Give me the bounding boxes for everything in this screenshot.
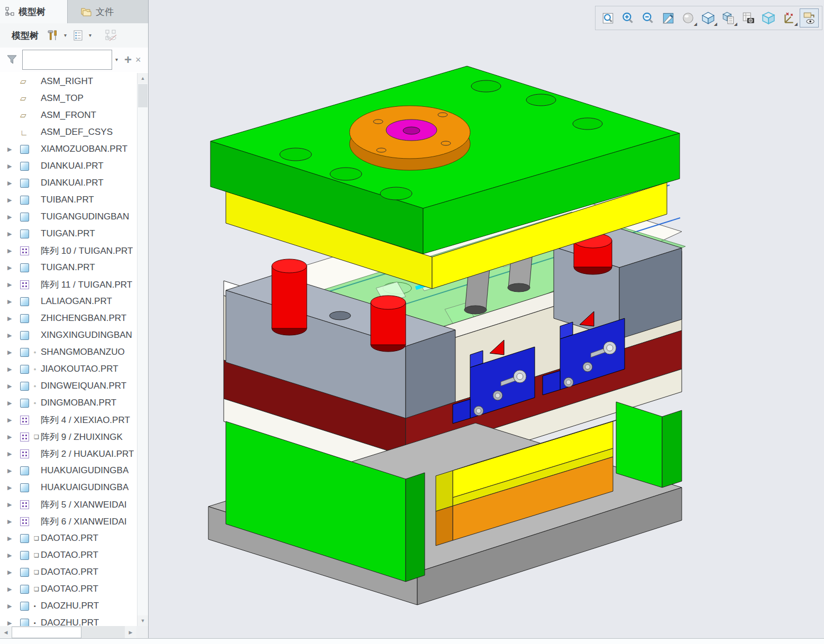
item-status-marker: ❏ — [34, 586, 41, 593]
named-views-icon[interactable] — [739, 9, 757, 27]
tab-folder-browser[interactable]: 文件 — [75, 0, 132, 23]
expand-arrow-icon[interactable]: ▶ — [7, 569, 20, 576]
list-dropdown-caret[interactable]: ▾ — [89, 33, 91, 38]
clear-search-icon[interactable]: × — [132, 54, 144, 66]
zoom-in-icon[interactable] — [619, 9, 637, 27]
item-label: HUAKUAIGUDINGBA — [41, 482, 129, 493]
tree-item[interactable]: ∟ ASM_DEF_CSYS — [0, 124, 138, 141]
expand-arrow-icon[interactable]: ▶ — [7, 535, 20, 542]
tree-item[interactable]: ▶ ▪ DAOZHU.PRT — [0, 614, 138, 626]
tree-item[interactable]: ▶ HUAKUAIGUDINGBA — [0, 479, 138, 496]
expand-arrow-icon[interactable]: ▶ — [7, 197, 20, 204]
tree-item[interactable]: ▶ 阵列 6 / XIANWEIDAI — [0, 513, 138, 530]
search-dropdown-caret[interactable]: ▾ — [115, 57, 118, 62]
refit-icon[interactable] — [599, 9, 617, 27]
tree-item[interactable]: ▶ LALIAOGAN.PRT — [0, 293, 138, 310]
tools-dropdown-caret[interactable]: ▾ — [64, 33, 67, 38]
expand-arrow-icon[interactable]: ▶ — [7, 349, 20, 356]
tree-item[interactable]: ▶ ▫ JIAOKOUTAO.PRT — [0, 361, 138, 378]
perspective-icon[interactable] — [759, 9, 777, 27]
expand-arrow-icon[interactable]: ▶ — [7, 146, 20, 153]
expand-arrow-icon[interactable]: ▶ — [7, 484, 20, 491]
list-settings-icon[interactable] — [71, 29, 85, 42]
tree-item[interactable]: ▶ TUIBAN.PRT — [0, 191, 138, 208]
graphics-viewport[interactable]: ◢◢◢◢ — [149, 0, 824, 639]
tools-icon[interactable] — [46, 29, 60, 42]
scroll-down-icon[interactable]: ▼ — [138, 615, 148, 626]
expand-arrow-icon[interactable]: ▶ — [7, 501, 20, 508]
item-label: 阵列 2 / HUAKUAI.PRT — [41, 448, 134, 460]
scroll-up-icon[interactable]: ▲ — [138, 73, 148, 84]
add-filter-button[interactable]: + — [124, 52, 132, 67]
tree-horizontal-scrollbar[interactable]: ◀ ▶ — [0, 626, 136, 639]
expand-arrow-icon[interactable]: ▶ — [7, 247, 20, 254]
expand-arrow-icon[interactable]: ▶ — [7, 298, 20, 305]
tree-item[interactable]: ▶ HUAKUAIGUDINGBA — [0, 462, 138, 479]
expand-arrow-icon[interactable]: ▶ — [7, 315, 20, 322]
tree-item[interactable]: ▱ ASM_FRONT — [0, 107, 138, 124]
zoom-out-icon[interactable] — [639, 9, 657, 27]
expand-arrow-icon[interactable]: ▶ — [7, 231, 20, 237]
tree-item[interactable]: ▶ 阵列 10 / TUIGAN.PRT — [0, 242, 138, 259]
expand-arrow-icon[interactable]: ▶ — [7, 332, 20, 339]
tree-item[interactable]: ▱ ASM_RIGHT — [0, 73, 138, 90]
expand-arrow-icon[interactable]: ▶ — [7, 366, 20, 373]
tree-item[interactable]: ▶ ▪ DAOZHU.PRT — [0, 597, 138, 614]
expand-arrow-icon[interactable]: ▶ — [7, 552, 20, 559]
tree-item[interactable]: ▶ TUIGANGUDINGBAN — [0, 208, 138, 225]
expand-arrow-icon[interactable]: ▶ — [7, 417, 20, 424]
tree-item[interactable]: ▶ ▫ SHANGMOBANZUO — [0, 344, 138, 361]
expand-arrow-icon[interactable]: ▶ — [7, 434, 20, 440]
tree-item[interactable]: ▶ DIANKUAI.PRT — [0, 174, 138, 191]
expand-arrow-icon[interactable]: ▶ — [7, 518, 20, 525]
tree-item[interactable]: ▶ ❏ DAOTAO.PRT — [0, 581, 138, 597]
scroll-right-icon[interactable]: ▶ — [125, 626, 136, 639]
tree-item[interactable]: ▶ ❏ DAOTAO.PRT — [0, 564, 138, 581]
tree-item[interactable]: ▶ ZHICHENGBAN.PRT — [0, 310, 138, 327]
expand-arrow-icon[interactable]: ▶ — [7, 383, 20, 390]
item-label: DAOTAO.PRT — [41, 533, 98, 544]
expand-arrow-icon[interactable]: ▶ — [7, 264, 20, 271]
tree-item[interactable]: ▶ DIANKUAI.PRT — [0, 158, 138, 174]
tree-item[interactable]: ▶ XINGXINGUDINGBAN — [0, 327, 138, 344]
item-label: TUIGANGUDINGBAN — [41, 211, 129, 222]
repaint-icon[interactable] — [659, 9, 677, 27]
item-status-marker: ▫ — [34, 349, 41, 355]
tree-item[interactable]: ▶ ▫ DINGMOBAN.PRT — [0, 394, 138, 411]
horizontal-scroll-thumb[interactable] — [12, 627, 81, 638]
tree-item[interactable]: ▶ 阵列 4 / XIEXIAO.PRT — [0, 411, 138, 428]
tree-item[interactable]: ▱ ASM_TOP — [0, 90, 138, 107]
expand-arrow-icon[interactable]: ▶ — [7, 214, 20, 220]
tree-item[interactable]: ▶ 阵列 11 / TUIGAN.PRT — [0, 276, 138, 293]
tree-vertical-scrollbar[interactable]: ▲ ▼ — [137, 73, 148, 626]
expand-arrow-icon[interactable]: ▶ — [7, 400, 20, 407]
tree-item[interactable]: ▶ ▫ DINGWEIQUAN.PRT — [0, 378, 138, 394]
scroll-left-icon[interactable]: ◀ — [0, 626, 12, 639]
display-style-icon[interactable]: ◢ — [699, 9, 717, 27]
tab-model-tree[interactable]: 模型树 — [0, 0, 68, 23]
tree-item[interactable]: ▶ 阵列 2 / HUAKUAI.PRT — [0, 445, 138, 462]
tree-item[interactable]: ▶ ❏ DAOTAO.PRT — [0, 530, 138, 547]
shading-style-icon[interactable]: ◢ — [679, 9, 697, 27]
expand-arrow-icon[interactable]: ▶ — [7, 163, 20, 170]
tree-item[interactable]: ▶ TUIGAN.PRT — [0, 259, 138, 276]
tree-item[interactable]: ▶ ❏ 阵列 9 / ZHUIXINGK — [0, 428, 138, 445]
view-manager-icon[interactable]: ◢ — [719, 9, 737, 27]
expand-arrow-icon[interactable]: ▶ — [7, 586, 20, 593]
expand-arrow-icon[interactable]: ▶ — [7, 467, 20, 474]
horizontal-scroll-track[interactable] — [81, 626, 125, 639]
tab-favorites[interactable]: ✳ 收藏 — [138, 0, 148, 23]
tree-item[interactable]: ▶ TUIGAN.PRT — [0, 225, 138, 242]
annotation-display-icon[interactable] — [800, 8, 819, 27]
tree-item[interactable]: ▶ XIAMOZUOBAN.PRT — [0, 141, 138, 158]
datum-display-icon[interactable]: ◢ — [780, 9, 798, 27]
expand-arrow-icon[interactable]: ▶ — [7, 180, 20, 187]
funnel-icon[interactable] — [5, 53, 19, 67]
expand-arrow-icon[interactable]: ▶ — [7, 450, 20, 457]
vertical-scroll-thumb[interactable] — [138, 84, 148, 107]
tree-item[interactable]: ▶ 阵列 5 / XIANWEIDAI — [0, 496, 138, 513]
expand-arrow-icon[interactable]: ▶ — [7, 603, 20, 610]
tree-item[interactable]: ▶ ❏ DAOTAO.PRT — [0, 547, 138, 564]
expand-arrow-icon[interactable]: ▶ — [7, 281, 20, 288]
expand-arrow-icon[interactable]: ▶ — [7, 620, 20, 627]
